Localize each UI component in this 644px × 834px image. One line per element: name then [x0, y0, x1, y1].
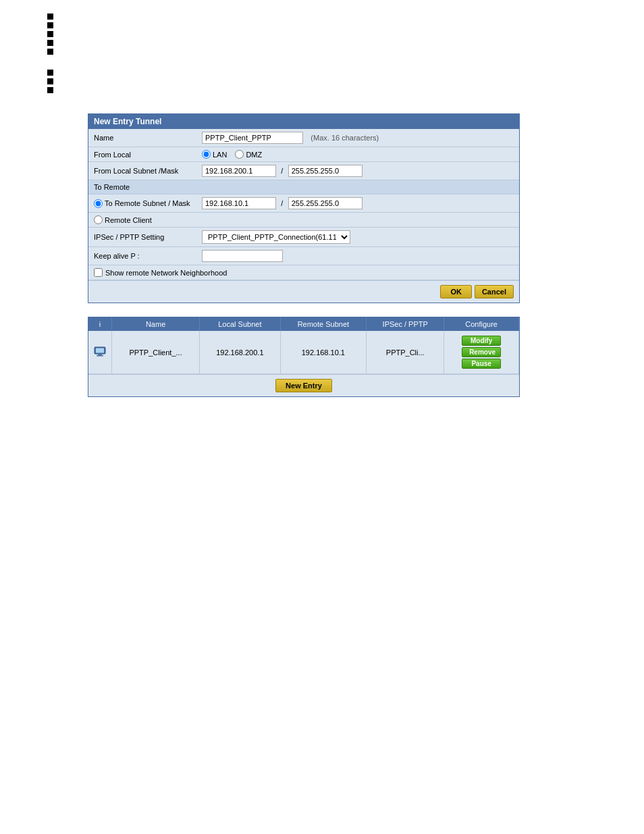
local-subnet-label: From Local Subnet /Mask — [88, 162, 196, 180]
remote-client-radio[interactable] — [94, 215, 103, 224]
from-local-label: From Local — [88, 147, 196, 162]
tunnel-form-title: New Entry Tunnel — [94, 117, 161, 126]
remote-subnet-input[interactable] — [202, 197, 276, 209]
to-remote-subnet-label-text: To Remote Subnet / Mask — [105, 199, 190, 207]
tunnel-form-table: Name (Max. 16 characters) From Local LAN — [88, 129, 519, 280]
name-label: Name — [88, 129, 196, 147]
dmz-radio[interactable] — [235, 150, 244, 159]
ok-button[interactable]: OK — [440, 285, 472, 298]
show-network-cell: Show remote Network Neighborhood — [88, 265, 519, 280]
bullet-section — [20, 14, 624, 93]
bullet-icon — [47, 22, 53, 28]
to-remote-label: To Remote — [88, 180, 519, 194]
remote-client-radio-label[interactable]: Remote Client — [94, 215, 191, 224]
svg-rect-1 — [96, 348, 104, 353]
name-input[interactable] — [202, 132, 303, 144]
form-row-show-network: Show remote Network Neighborhood — [88, 265, 519, 280]
bullet-group-1 — [47, 14, 624, 55]
data-table-container: i Name Local Subnet Remote Subnet IPSec … — [88, 317, 520, 397]
data-table: i Name Local Subnet Remote Subnet IPSec … — [88, 317, 519, 374]
table-row: PPTP_Client_... 192.168.200.1 192.168.10… — [88, 331, 519, 374]
lan-label: LAN — [213, 151, 227, 159]
keepalive-value-cell — [196, 247, 519, 265]
svg-rect-2 — [98, 354, 102, 355]
remote-client-label-cell: Remote Client — [88, 213, 196, 228]
remote-mask-input[interactable] — [288, 197, 363, 209]
form-row-ipsec: IPSec / PPTP Setting PPTP_Client_PPTP_Co… — [88, 228, 519, 247]
from-local-value-cell: LAN DMZ — [196, 147, 519, 162]
svg-rect-3 — [97, 355, 103, 357]
col-header-name: Name — [112, 317, 200, 331]
bullet-item — [47, 40, 624, 46]
bullet-item — [47, 70, 624, 76]
bullet-icon — [47, 78, 53, 84]
ipsec-value-cell: PPTP_Client_PPTP_Connection(61.11.11.11) — [196, 228, 519, 247]
bullet-item — [47, 49, 624, 55]
show-network-checkbox[interactable] — [94, 268, 103, 277]
new-entry-button[interactable]: New Entry — [275, 379, 332, 392]
col-header-local-subnet: Local Subnet — [200, 317, 280, 331]
col-header-configure: Configure — [444, 317, 519, 331]
row-name: PPTP_Client_... — [112, 331, 200, 374]
lan-radio[interactable] — [202, 150, 211, 159]
ipsec-select[interactable]: PPTP_Client_PPTP_Connection(61.11.11.11) — [202, 230, 350, 244]
form-row-remote-subnet: To Remote Subnet / Mask / — [88, 194, 519, 213]
row-ipsec: PPTP_Cli... — [367, 331, 444, 374]
dmz-label: DMZ — [246, 151, 262, 159]
name-value-cell: (Max. 16 characters) — [196, 129, 519, 147]
bullet-item — [47, 78, 624, 84]
tunnel-form-header: New Entry Tunnel — [88, 114, 519, 129]
bullet-item — [47, 31, 624, 37]
cancel-button[interactable]: Cancel — [475, 285, 514, 298]
slash-divider-2: / — [281, 199, 283, 207]
col-header-i: i — [88, 317, 112, 331]
remote-subnet-radio-label[interactable]: To Remote Subnet / Mask — [94, 199, 191, 208]
modify-button[interactable]: Modify — [462, 336, 501, 346]
bullet-icon — [47, 14, 53, 20]
bullet-item — [47, 14, 624, 20]
bullet-icon — [47, 70, 53, 76]
new-entry-row: New Entry — [88, 374, 519, 396]
col-header-remote-subnet: Remote Subnet — [280, 317, 367, 331]
row-remote-subnet: 192.168.10.1 — [280, 331, 367, 374]
lan-radio-label[interactable]: LAN — [202, 150, 227, 159]
show-network-text: Show remote Network Neighborhood — [105, 269, 227, 277]
computer-icon — [94, 346, 106, 357]
row-configure-cell: Modify Remove Pause — [444, 331, 519, 374]
slash-divider: / — [281, 167, 283, 175]
bullet-group-2 — [47, 70, 624, 93]
form-row-name: Name (Max. 16 characters) — [88, 129, 519, 147]
remote-client-value-cell — [196, 213, 519, 228]
show-network-label[interactable]: Show remote Network Neighborhood — [94, 268, 514, 277]
pause-button[interactable]: Pause — [462, 359, 501, 369]
dmz-radio-label[interactable]: DMZ — [235, 150, 262, 159]
form-buttons-row: OK Cancel — [88, 280, 519, 303]
bullet-item — [47, 22, 624, 28]
bullet-icon — [47, 40, 53, 46]
table-header-row: i Name Local Subnet Remote Subnet IPSec … — [88, 317, 519, 331]
form-row-from-local: From Local LAN DMZ — [88, 147, 519, 162]
remote-subnet-value-cell: / — [196, 194, 519, 213]
max-chars-note: (Max. 16 characters) — [311, 134, 379, 142]
to-remote-section-row: To Remote — [88, 180, 519, 194]
keepalive-label: Keep alive P : — [88, 247, 196, 265]
local-subnet-value-cell: / — [196, 162, 519, 180]
remote-client-label-text: Remote Client — [105, 216, 152, 224]
configure-buttons: Modify Remove Pause — [450, 334, 513, 371]
bullet-icon — [47, 87, 53, 93]
remove-button[interactable]: Remove — [462, 347, 501, 357]
row-icon-cell — [88, 331, 112, 374]
keepalive-input[interactable] — [202, 250, 283, 262]
ipsec-label: IPSec / PPTP Setting — [88, 228, 196, 247]
remote-subnet-label: To Remote Subnet / Mask — [88, 194, 196, 213]
remote-subnet-radio[interactable] — [94, 199, 103, 208]
row-local-subnet: 192.168.200.1 — [200, 331, 280, 374]
bullet-icon — [47, 49, 53, 55]
col-header-ipsec: IPSec / PPTP — [367, 317, 444, 331]
tunnel-form-container: New Entry Tunnel Name (Max. 16 character… — [88, 113, 520, 303]
local-subnet-input[interactable] — [202, 165, 276, 177]
lan-dmz-radio-group: LAN DMZ — [202, 150, 514, 159]
local-mask-input[interactable] — [288, 165, 363, 177]
bullet-item — [47, 87, 624, 93]
form-row-keepalive: Keep alive P : — [88, 247, 519, 265]
